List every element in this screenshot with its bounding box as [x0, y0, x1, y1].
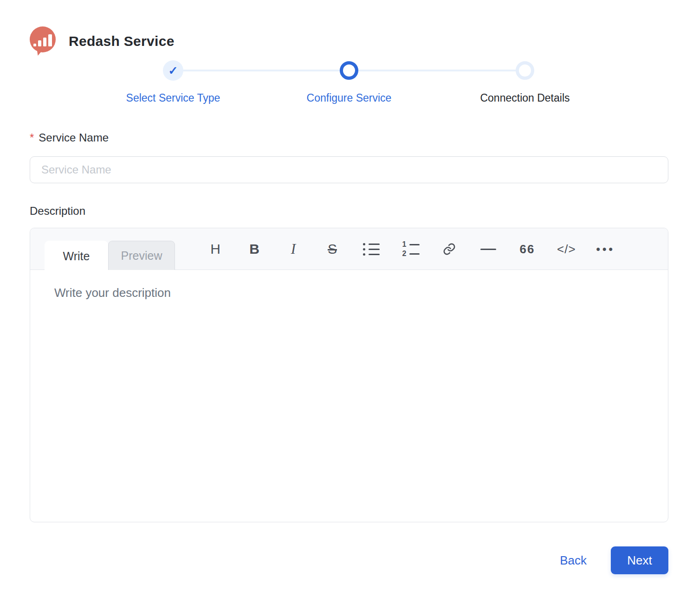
step-connection-details[interactable]: Connection Details [437, 60, 613, 104]
step-pending-circle-icon[interactable] [516, 61, 534, 80]
step-label[interactable]: Connection Details [480, 92, 570, 104]
heading-icon[interactable]: H [206, 239, 225, 259]
editor-toolbar: Write Preview H B I S 1 [30, 228, 668, 270]
step-completed-check-icon[interactable]: ✓ [163, 60, 183, 81]
redash-logo-icon [30, 26, 57, 56]
step-label[interactable]: Select Service Type [126, 92, 220, 104]
required-asterisk: * [30, 131, 34, 144]
numbered-list-icon[interactable]: 1 2 [401, 239, 420, 259]
page-header: Redash Service [30, 26, 668, 57]
service-name-label-text: Service Name [39, 131, 109, 144]
description-label: Description [30, 205, 668, 218]
wizard-actions: Back Next [30, 546, 668, 574]
wizard-stepper: ✓ Select Service Type Configure Service … [85, 60, 613, 104]
editor-tabs: Write Preview [45, 241, 175, 271]
more-options-icon[interactable]: ••• [596, 239, 615, 259]
link-icon[interactable] [440, 239, 459, 259]
bar-chart-icon [33, 34, 52, 46]
step-label[interactable]: Configure Service [307, 92, 392, 104]
tab-preview[interactable]: Preview [108, 241, 175, 270]
code-icon[interactable]: </> [557, 239, 576, 259]
bold-icon[interactable]: B [245, 239, 264, 259]
quote-icon[interactable]: 66 [518, 239, 537, 259]
step-select-service-type[interactable]: ✓ Select Service Type [85, 60, 261, 104]
tab-write[interactable]: Write [45, 241, 108, 271]
bullet-list-icon[interactable] [362, 239, 381, 259]
formatting-toolbar: H B I S 1 2 [206, 228, 615, 270]
next-button[interactable]: Next [611, 546, 668, 574]
configure-service-page: Redash Service ✓ Select Service Type Con… [0, 0, 699, 574]
page-title: Redash Service [69, 33, 175, 49]
service-name-input[interactable] [30, 156, 668, 183]
step-active-circle-icon[interactable] [340, 61, 358, 80]
strikethrough-icon[interactable]: S [323, 239, 342, 259]
italic-icon[interactable]: I [284, 239, 303, 259]
service-name-label: * Service Name [30, 131, 668, 144]
description-textarea[interactable] [30, 270, 668, 522]
horizontal-rule-icon[interactable] [479, 239, 498, 259]
step-configure-service[interactable]: Configure Service [261, 60, 437, 104]
description-editor: Write Preview H B I S 1 [30, 228, 668, 522]
back-button[interactable]: Back [560, 553, 587, 568]
